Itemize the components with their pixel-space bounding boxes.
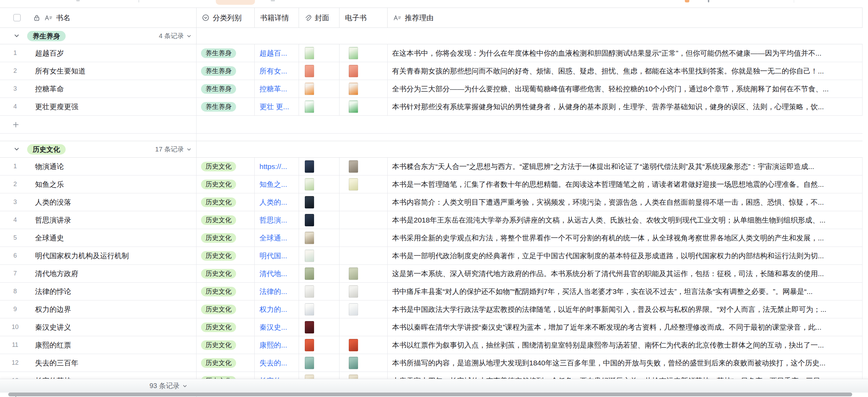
category-badge[interactable]: 历史文化 — [201, 287, 236, 296]
ebook-thumbnail[interactable] — [349, 160, 358, 173]
category-badge[interactable]: 历史文化 — [201, 251, 236, 261]
cover-thumbnail[interactable] — [305, 101, 314, 113]
cover-cell[interactable] — [299, 98, 340, 115]
ebook-cell[interactable] — [340, 98, 388, 115]
ebook-cell[interactable] — [340, 193, 388, 211]
book-details-link[interactable]: 失去的... — [259, 358, 287, 368]
cover-cell[interactable] — [299, 80, 340, 98]
ebook-cell[interactable] — [340, 175, 388, 193]
cover-thumbnail[interactable] — [305, 232, 314, 244]
cover-thumbnail[interactable] — [305, 196, 314, 208]
reason-cell[interactable]: 有关青春期女孩的那些想问而不敢问的好奇、烦恼、困惑、疑虑、担忧、焦虑，都能在这本… — [388, 62, 863, 80]
reason-cell[interactable]: 书中痛斥丰县案“对人的保护还不如物”“配阴婚判7年，买活人当老婆才3年，实在说不… — [388, 283, 863, 300]
category-cell[interactable]: 养生养身 — [197, 80, 255, 98]
category-cell[interactable]: 养生养身 — [197, 44, 255, 62]
ebook-thumbnail[interactable] — [349, 178, 358, 191]
cover-cell[interactable] — [299, 62, 340, 80]
column-header-name[interactable]: 书名 — [0, 8, 197, 27]
cover-cell[interactable] — [299, 193, 340, 211]
group-record-count[interactable]: 4 条记录 — [159, 32, 191, 41]
table-row[interactable]: 12 失去的三百年 历史文化 失去的... 本书所描写的内容，是追溯从地理大发现… — [0, 354, 863, 372]
toolbar-highlight-button[interactable] — [216, 0, 255, 5]
book-details-link[interactable]: 权力的... — [259, 305, 287, 314]
select-all-checkbox[interactable] — [13, 14, 21, 21]
table-row[interactable]: 11 康熙的红票 历史文化 康熙的... 本书以红票作为叙事切入点，抽丝剥茧，围… — [0, 336, 863, 354]
book-details-cell[interactable]: 哲思演... — [255, 211, 299, 229]
book-details-link[interactable]: 所有女... — [259, 66, 287, 76]
reason-cell[interactable]: 本书是一部明代政治制度史的经典著作，立足于中国古代国家制度的基本特征及形成道路，… — [388, 247, 863, 264]
table-row[interactable]: 4 哲思演讲录 历史文化 哲思演... 本书是2018年王东岳在混沌大学举办系列… — [0, 211, 863, 229]
cover-thumbnail[interactable] — [305, 83, 314, 95]
table-row[interactable]: 1 超越百岁 养生养身 超越百... 在这本书中，你将会发现：为什么在年度体检中… — [0, 44, 863, 62]
book-details-link[interactable]: 哲思演... — [259, 215, 287, 225]
book-details-cell[interactable]: 所有女... — [255, 62, 299, 80]
book-details-cell[interactable]: 明代国... — [255, 247, 299, 264]
category-cell[interactable]: 历史文化 — [197, 247, 255, 264]
ebook-cell[interactable] — [340, 158, 388, 175]
category-cell[interactable]: 历史文化 — [197, 265, 255, 282]
category-badge[interactable]: 养生养身 — [201, 48, 236, 58]
cover-cell[interactable] — [299, 44, 340, 62]
cover-thumbnail[interactable] — [305, 47, 314, 59]
reason-cell[interactable]: 本书采用全新的史学观点和方法，将整个世界看作一个不可分割的有机的统一体，从全球视… — [388, 229, 863, 247]
book-name-cell[interactable]: 8 法律的悖论 — [0, 283, 197, 300]
reason-cell[interactable]: 在这本书中，你将会发现：为什么在年度体检中你的血液检测和胆固醇测试结果显示“正常… — [388, 44, 863, 62]
cover-cell[interactable] — [299, 354, 340, 372]
book-details-cell[interactable]: 秦汉史... — [255, 318, 299, 336]
book-details-link[interactable]: https://... — [259, 162, 287, 171]
add-record-cell[interactable] — [0, 116, 197, 133]
ebook-cell[interactable] — [340, 80, 388, 98]
reason-cell[interactable]: 全书分为三大部分——为什么要控糖、出现葡萄糖峰值有哪些危害、轻松控糖的10个小窍… — [388, 80, 863, 98]
category-badge[interactable]: 养生养身 — [201, 84, 236, 94]
table-row[interactable]: 1 物演通论 历史文化 https://... 本书糅合东方“天人合一”之思想与… — [0, 158, 863, 175]
ebook-cell[interactable] — [340, 336, 388, 354]
ebook-cell[interactable] — [340, 247, 388, 264]
cover-thumbnail[interactable] — [305, 250, 314, 262]
reason-cell[interactable]: 本书针对那些没有系统掌握健身知识的男性健身者，从健身的基本原则，生理学、营养学基… — [388, 98, 863, 115]
category-badge[interactable]: 历史文化 — [201, 340, 236, 350]
column-header-cover[interactable]: 封面 — [299, 8, 340, 27]
reason-cell[interactable]: 本书是2018年王东岳在混沌大学举办系列讲座的文稿，从远古人类、氏族社会、农牧文… — [388, 211, 863, 229]
cover-thumbnail[interactable] — [305, 339, 314, 351]
category-badge[interactable]: 历史文化 — [201, 233, 236, 243]
ebook-thumbnail[interactable] — [349, 101, 358, 113]
category-badge[interactable]: 历史文化 — [201, 305, 236, 314]
column-header-reason[interactable]: 推荐理由 — [388, 8, 863, 27]
book-details-cell[interactable]: 人类的... — [255, 193, 299, 211]
column-header-category[interactable]: 分类列别 — [197, 8, 255, 27]
table-row[interactable]: 9 权力的边界 历史文化 权力的... 本书是中国政法大学行政法学赵宏教授的法律… — [0, 300, 863, 318]
book-name-cell[interactable]: 3 控糖革命 — [0, 80, 197, 98]
category-badge[interactable]: 历史文化 — [201, 358, 236, 368]
book-details-link[interactable]: 控糖革... — [259, 84, 287, 94]
book-details-cell[interactable]: 知鱼之... — [255, 175, 299, 193]
column-header-ebook[interactable]: 电子书 — [340, 8, 388, 27]
group-name-badge[interactable]: 历史文化 — [27, 144, 66, 155]
book-details-link[interactable]: 知鱼之... — [259, 180, 287, 189]
cover-cell[interactable] — [299, 300, 340, 318]
category-badge[interactable]: 历史文化 — [201, 322, 236, 332]
book-details-cell[interactable]: 全球通... — [255, 229, 299, 247]
ebook-thumbnail[interactable] — [349, 268, 358, 280]
category-cell[interactable]: 历史文化 — [197, 318, 255, 336]
cover-thumbnail[interactable] — [305, 268, 314, 280]
reason-cell[interactable]: 本书是一本哲理随笔，汇集了作者数十年的思想精髓。在阅读这本哲理随笔之前，请读者诸… — [388, 175, 863, 193]
book-name-cell[interactable]: 6 明代国家权力机构及运行机制 — [0, 247, 197, 264]
toolbar-orange-icon[interactable] — [685, 0, 689, 2]
ebook-cell[interactable] — [340, 318, 388, 336]
book-details-link[interactable]: 秦汉史... — [259, 322, 287, 332]
category-cell[interactable]: 养生养身 — [197, 62, 255, 80]
category-cell[interactable]: 历史文化 — [197, 283, 255, 300]
cover-cell[interactable] — [299, 211, 340, 229]
category-badge[interactable]: 历史文化 — [201, 269, 236, 279]
book-name-cell[interactable]: 7 清代地方政府 — [0, 265, 197, 282]
category-cell[interactable]: 历史文化 — [197, 175, 255, 193]
ebook-thumbnail[interactable] — [349, 357, 358, 369]
group-collapse-toggle[interactable] — [14, 33, 20, 39]
book-details-link[interactable]: 康熙的... — [259, 340, 287, 350]
book-details-link[interactable]: 人类的... — [259, 197, 287, 207]
reason-cell[interactable]: 本书以秦晖在清华大学讲授“秦汉史”课程为蓝本，增加了近年来不断发现的考古资料，几… — [388, 318, 863, 336]
book-name-cell[interactable]: 1 超越百岁 — [0, 44, 197, 62]
cover-cell[interactable] — [299, 336, 340, 354]
cover-thumbnail[interactable] — [305, 321, 314, 333]
book-details-link[interactable]: 法律的... — [259, 287, 287, 296]
